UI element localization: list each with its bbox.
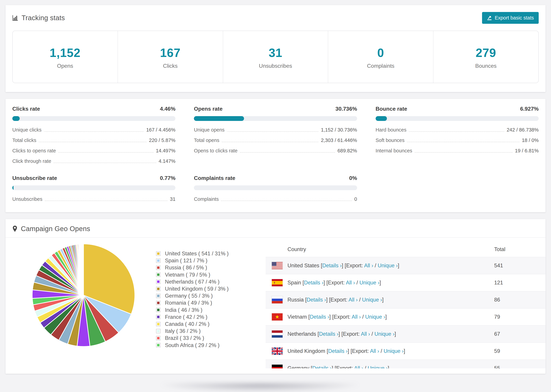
total-cell: 121 [494,280,545,286]
bracket: ] [ [339,331,343,337]
export-all-link[interactable]: All › [354,365,363,368]
legend-label: Canada ( 40 / 2% ) [165,321,209,328]
rate-head: Opens rate 30.736% [194,106,357,112]
rate-block: Opens rate 30.736% Unique opens 1,152 / … [194,106,357,164]
total-column-header: Total [494,246,545,252]
export-unique-link[interactable]: Unique › [362,297,382,303]
tracking-stats-card: Tracking stats Export basic stats 1,152 … [6,5,545,92]
geo-title: Campaign Geo Opens [12,225,90,233]
export-basic-stats-button[interactable]: Export basic stats [482,12,539,24]
export-unique-link[interactable]: Unique › [384,348,404,354]
detail-label: Total clicks [12,138,36,143]
export-unique-link[interactable]: Unique › [359,280,379,286]
legend-item: Romania ( 49 / 3% ) [156,299,266,306]
detail-value: 167 / 4.456% [146,127,175,133]
country-column-header: Country [266,246,494,252]
bracket: ] [ [323,280,328,286]
bracket: [ [303,280,304,286]
export-all-link[interactable]: All › [346,280,355,286]
country-cell: United States [Details ›] [Export: All ›… [283,263,494,269]
stat-value: 167 [118,46,223,60]
rate-detail-rows: Unique clicks 167 / 4.456% Total clicks … [12,127,175,164]
details-link[interactable]: Details › [307,297,326,303]
slash-separator: / [355,280,360,286]
legend-item: Russia ( 86 / 5% ) [156,264,266,271]
bracket: ] [395,331,396,337]
details-link[interactable]: Details › [322,263,342,268]
detail-label: Unique clicks [12,127,42,133]
geo-header: Campaign Geo Opens [6,219,545,238]
dotted-leader [227,131,318,132]
table-row: Germany [Details ›] [Export: All › / Uni… [266,359,545,368]
legend-item: India ( 46 / 3% ) [156,307,266,314]
stat-label: Bounces [433,63,538,69]
detail-label: Total opens [194,138,219,143]
total-cell: 59 [494,348,545,354]
legend-swatch [156,301,161,305]
country-flag-icon [272,365,283,368]
export-unique-link[interactable]: Unique › [374,331,395,337]
summary-stats-box: 1,152 Opens 167 Clicks 31 Unsubscribes 0… [12,31,539,83]
legend-label: United States ( 541 / 31% ) [165,250,229,257]
detail-value: 31 [170,196,175,202]
legend-item: France ( 42 / 2% ) [156,314,266,321]
legend-label: Russia ( 86 / 5% ) [165,264,207,271]
details-link[interactable]: Details › [312,365,332,368]
export-all-link[interactable]: All › [364,263,373,268]
details-link[interactable]: Details › [304,280,324,286]
detail-value: 242 / 86.738% [507,127,539,133]
legend-label: Brazil ( 33 / 2% ) [165,335,204,342]
country-cell: Russia [Details ›] [Export: All › / Uniq… [283,297,494,303]
export-all-link[interactable]: All › [349,297,358,303]
pie-chart-svg [30,242,137,349]
details-link[interactable]: Details › [319,331,339,337]
legend-swatch [156,294,161,298]
detail-label: Click through rate [12,158,51,164]
legend-item: United Kingdom ( 59 / 3% ) [156,285,266,292]
legend-label: Romania ( 49 / 3% ) [165,299,212,306]
detail-value: 1,152 / 30.736% [321,127,357,133]
bracket: ] [ [332,365,336,368]
stat-box: 279 Bounces [433,31,538,83]
export-all-link[interactable]: All › [361,331,370,337]
export-icon [487,15,492,21]
slash-separator: / [373,263,378,268]
rate-title: Bounce rate [376,106,407,112]
bracket: ] [382,297,384,303]
legend-label: Italy ( 36 / 2% ) [165,328,201,335]
rate-value: 4.46% [160,106,176,112]
country-name: Spain [288,280,303,286]
bracket: ] [385,314,387,320]
bracket: ] [ [348,348,352,354]
slash-separator: / [379,348,384,354]
details-link[interactable]: Details › [310,314,329,320]
table-row: Spain [Details ›] [Export: All › / Uniqu… [266,274,545,291]
tracking-stats-title: Tracking stats [12,14,65,22]
export-unique-link[interactable]: Unique › [378,263,398,268]
rate-progress-fill [194,116,244,121]
export-label: Export: [334,314,352,320]
rate-detail-rows: Hard bounces 242 / 86.738% Soft bounces … [376,127,539,154]
legend-swatch [156,259,161,263]
export-label: Export: [331,297,349,303]
rate-head: Clicks rate 4.46% [12,106,175,112]
export-label: Export: [352,348,370,354]
legend-item: Brazil ( 33 / 2% ) [156,335,266,342]
legend-label: Germany ( 55 / 3% ) [165,292,213,299]
legend-item: Vietnam ( 79 / 5% ) [156,271,266,278]
detail-value: 2,303 / 61.446% [321,138,357,143]
export-unique-link[interactable]: Unique › [368,365,388,368]
details-link[interactable]: Details › [328,348,348,354]
stat-box: 1,152 Opens [13,31,118,83]
bracket: [ [305,297,307,303]
geo-table-header: Country Total [266,242,545,257]
export-unique-link[interactable]: Unique › [365,314,385,320]
table-row: United States [Details ›] [Export: All ›… [266,257,545,274]
export-all-link[interactable]: All › [370,348,379,354]
dotted-leader [58,152,154,153]
export-all-link[interactable]: All › [352,314,361,320]
legend-item: Spain ( 121 / 7% ) [156,257,266,264]
rate-block: Unsubscribe rate 0.77% Unsubscribes 31 [12,175,175,202]
country-name: Germany [288,365,311,368]
rate-title: Unsubscribe rate [12,175,57,181]
